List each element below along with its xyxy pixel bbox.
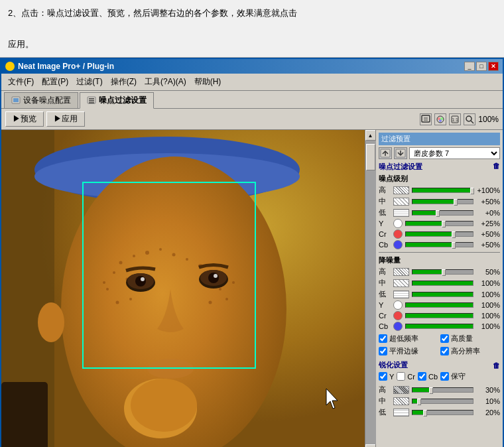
action-buttons: ▶预览 ▶应用 xyxy=(5,111,85,127)
noise-level-y: Y +25% xyxy=(379,219,500,228)
denoise-cb-slider[interactable] xyxy=(405,324,473,329)
menu-file[interactable]: 文件(F) xyxy=(4,75,38,89)
sharpen-cr-input[interactable] xyxy=(397,372,405,381)
denoise-y: Y 100% xyxy=(379,300,500,310)
scroll-down-arrow[interactable]: ▼ xyxy=(365,444,376,447)
image-panel[interactable] xyxy=(1,130,365,447)
denoise-high-slider[interactable] xyxy=(412,269,473,275)
sharpen-cb-conservative: 保守 xyxy=(440,371,466,381)
noise-mid-slider[interactable] xyxy=(412,199,473,204)
maximize-button[interactable]: □ xyxy=(476,62,487,71)
sharpen-y-input[interactable] xyxy=(379,372,387,381)
denoise-mid-pattern xyxy=(393,279,409,287)
cb-smoothedge-input[interactable] xyxy=(379,347,387,355)
scroll-thumb[interactable] xyxy=(366,144,375,170)
sharpen-trash[interactable]: 🗑 xyxy=(493,361,500,369)
right-panel: 过滤预置 磨皮参数 7 噪点过滤设置 🗑 噪点级别 xyxy=(375,130,503,447)
device-icon xyxy=(11,96,21,105)
svg-point-38 xyxy=(209,301,212,304)
menu-filter[interactable]: 过滤(T) xyxy=(72,75,106,89)
svg-point-50 xyxy=(147,359,194,379)
sharpen-high-pattern xyxy=(393,386,409,394)
noise-cb-slider[interactable] xyxy=(405,242,473,247)
cb-ultralow-input[interactable] xyxy=(379,334,387,343)
cb-highres: 高分辨率 xyxy=(440,346,501,356)
tab-bar: 设备噪点配置 噪点过滤设置 xyxy=(1,91,503,109)
cb-highres-input[interactable] xyxy=(440,347,449,355)
denoise-high-pattern xyxy=(393,268,409,276)
minimize-button[interactable]: _ xyxy=(464,62,475,71)
menu-help[interactable]: 帮助(H) xyxy=(190,75,225,89)
scroll-up-arrow[interactable]: ▲ xyxy=(365,130,376,141)
options-checkboxes: 超低频率 高质量 平滑边缘 高分辨率 xyxy=(379,334,500,357)
sharpen-low-slider[interactable] xyxy=(412,410,473,415)
preset-dropdown[interactable]: 磨皮参数 7 xyxy=(409,147,500,159)
title-bar: Neat Image Pro+ / Plug-in _ □ ✕ xyxy=(1,59,503,74)
zoom-magnify-icon[interactable] xyxy=(464,113,475,125)
denoise-high: 高 50% xyxy=(379,267,500,277)
sharpen-cb-y: Y xyxy=(379,371,394,381)
noise-level-title: 噪点级别 xyxy=(379,174,500,184)
noise-high-slider[interactable] xyxy=(412,188,473,193)
svg-point-39 xyxy=(225,298,228,300)
preset-save-icon[interactable] xyxy=(394,147,407,159)
tab-noise-filter[interactable]: 噪点过滤设置 xyxy=(80,92,154,109)
svg-point-40 xyxy=(232,281,235,284)
vertical-scrollbar[interactable]: ▲ ▼ xyxy=(365,130,375,447)
sharpen-high: 高 30% xyxy=(379,385,500,395)
zoom-fit-icon[interactable] xyxy=(420,113,432,125)
svg-point-37 xyxy=(129,298,132,300)
zoom-controls: 1:1 100% xyxy=(420,113,499,125)
noise-y-slider[interactable] xyxy=(405,221,473,226)
tab-noise-label: 噪点过滤设置 xyxy=(99,95,147,106)
close-button[interactable]: ✕ xyxy=(488,62,499,71)
sharpen-cb-cb: Cb xyxy=(418,371,438,381)
menu-tools[interactable]: 工具(?A)(A) xyxy=(141,75,190,89)
title-controls: _ □ ✕ xyxy=(464,62,499,71)
sharpen-mid-pattern xyxy=(393,397,409,405)
zoom-actual-icon[interactable]: 1:1 xyxy=(449,113,461,125)
svg-point-53 xyxy=(38,302,64,342)
noise-high-pattern xyxy=(393,186,409,194)
noise-level-cb: Cb +50% xyxy=(379,240,500,249)
cb-highquality-input[interactable] xyxy=(440,334,449,343)
noise-cb-circle xyxy=(393,240,403,249)
sharpen-low: 低 20% xyxy=(379,407,500,417)
noise-filter-section-title: 噪点过滤设置 🗑 xyxy=(379,162,500,172)
filter-presets-header: 过滤预置 xyxy=(379,133,500,145)
face-image xyxy=(1,130,365,447)
scroll-track[interactable] xyxy=(365,141,376,444)
noise-filter-trash[interactable]: 🗑 xyxy=(493,162,500,170)
sharpen-cb-input[interactable] xyxy=(418,372,426,381)
denoise-cr: Cr 100% xyxy=(379,311,500,320)
sharpen-mid-slider[interactable] xyxy=(412,399,473,404)
zoom-color-icon[interactable] xyxy=(434,113,446,125)
denoise-y-circle xyxy=(393,300,403,310)
filter-icon xyxy=(87,96,96,105)
denoise-mid-slider[interactable] xyxy=(412,281,473,286)
sharpen-high-slider[interactable] xyxy=(412,387,473,393)
denoise-cr-circle xyxy=(393,311,403,320)
denoise-y-slider[interactable] xyxy=(405,302,473,308)
denoise-cb: Cb 100% xyxy=(379,322,500,331)
preset-load-icon[interactable] xyxy=(379,147,392,159)
cb-highquality: 高质量 xyxy=(440,334,501,344)
svg-point-22 xyxy=(119,261,123,265)
noise-low-pattern xyxy=(393,209,409,217)
noise-level-cr: Cr +50% xyxy=(379,229,500,239)
svg-point-26 xyxy=(172,253,176,257)
menu-config[interactable]: 配置(P) xyxy=(38,75,72,89)
sharpen-conservative-input[interactable] xyxy=(440,372,449,381)
svg-point-27 xyxy=(186,258,188,261)
menu-operation[interactable]: 操作(Z) xyxy=(107,75,141,89)
denoise-cb-circle xyxy=(393,322,403,331)
preview-button[interactable]: ▶预览 xyxy=(5,111,44,127)
tab-device-noise[interactable]: 设备噪点配置 xyxy=(4,92,78,108)
denoise-cr-slider[interactable] xyxy=(405,313,473,318)
svg-point-15 xyxy=(466,116,472,121)
instruction-text: 2、点击：噪点过滤设置、预览，然后调整右边的各个参数，效果满意就点击 应用。 xyxy=(8,8,297,49)
denoise-low-slider[interactable] xyxy=(412,292,473,297)
noise-low-slider[interactable] xyxy=(412,210,473,216)
noise-cr-slider[interactable] xyxy=(405,231,473,237)
apply-button[interactable]: ▶应用 xyxy=(46,111,85,127)
